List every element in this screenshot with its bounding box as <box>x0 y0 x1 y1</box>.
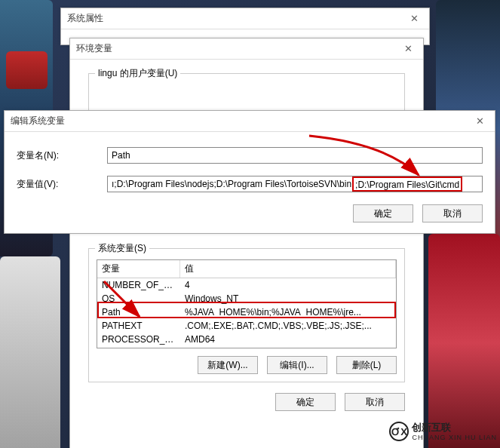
new-button[interactable]: 新建(W)... <box>198 356 258 374</box>
variable-value-input[interactable]: ı;D:\Program Files\nodejs;D:\Program Fil… <box>107 176 483 192</box>
variable-value-row: 变量值(V): ı;D:\Program Files\nodejs;D:\Pro… <box>17 176 483 192</box>
system-variables-group: 系统变量(S) 变量 值 NUMBER_OF_PR... 4 OS Window… <box>88 248 405 382</box>
dialog-button-row: 确定 取消 <box>88 393 405 411</box>
watermark-logo-icon: ƠX <box>389 422 409 441</box>
col-name-header[interactable]: 变量 <box>97 260 180 278</box>
edit-title: 编辑系统变量 <box>11 115 65 127</box>
watermark-sub: CHUANG XIN HU LIAN <box>412 434 497 442</box>
ok-button[interactable]: 确定 <box>353 204 413 222</box>
edit-titlebar[interactable]: 编辑系统变量 ✕ <box>5 111 495 132</box>
sysprops-title: 系统属性 <box>67 12 103 25</box>
user-group-label: lingu 的用户变量(U) <box>95 67 180 80</box>
edit-button-row: 确定 取消 <box>17 204 483 222</box>
variable-value-label: 变量值(V): <box>17 178 107 191</box>
value-prefix-text: ı;D:\Program Files\nodejs;D:\Program Fil… <box>112 179 351 189</box>
close-icon[interactable]: ✕ <box>471 114 489 129</box>
table-row[interactable]: NUMBER_OF_PR... 4 <box>97 278 396 292</box>
close-icon[interactable]: ✕ <box>399 41 417 57</box>
value-appended-highlight: ;D:\Program Files\Git\cmd <box>352 176 462 192</box>
watermark-brand: 创新互联 <box>412 421 497 434</box>
watermark: ƠX 创新互联 CHUANG XIN HU LIAN <box>389 421 497 442</box>
sys-group-label: 系统变量(S) <box>95 242 149 255</box>
envvars-titlebar[interactable]: 环境变量 ✕ <box>70 38 423 60</box>
table-row[interactable]: PROCESSOR_AR... AMD64 <box>97 333 396 346</box>
edit-system-variable-dialog: 编辑系统变量 ✕ 变量名(N): 变量值(V): ı;D:\Program Fi… <box>4 110 495 234</box>
sysvar-button-row: 新建(W)... 编辑(I)... 删除(L) <box>97 356 397 374</box>
cancel-button[interactable]: 取消 <box>345 393 405 411</box>
edit-button[interactable]: 编辑(I)... <box>267 356 327 374</box>
environment-variables-dialog: 环境变量 ✕ lingu 的用户变量(U) 系统变量(S) 变量 值 NUMBE… <box>69 38 424 448</box>
col-value-header[interactable]: 值 <box>180 260 396 278</box>
table-row[interactable]: PATHEXT .COM;.EXE;.BAT;.CMD;.VBS;.VBE;.J… <box>97 319 396 333</box>
table-row-path[interactable]: Path %JAVA_HOME%\bin;%JAVA_HOME%\jre... <box>97 305 396 319</box>
table-header: 变量 值 <box>97 260 396 278</box>
close-icon[interactable]: ✕ <box>405 11 423 26</box>
sysprops-titlebar[interactable]: 系统属性 ✕ <box>61 8 429 29</box>
ok-button[interactable]: 确定 <box>275 393 336 411</box>
variable-name-row: 变量名(N): <box>17 147 483 164</box>
delete-button[interactable]: 删除(L) <box>336 356 397 374</box>
system-variables-table[interactable]: 变量 值 NUMBER_OF_PR... 4 OS Windows_NT Pat… <box>97 259 397 348</box>
table-row[interactable]: OS Windows_NT <box>97 292 396 305</box>
variable-name-input[interactable] <box>107 147 483 164</box>
variable-name-label: 变量名(N): <box>17 149 107 162</box>
cancel-button[interactable]: 取消 <box>422 204 483 222</box>
envvars-title: 环境变量 <box>76 42 112 55</box>
